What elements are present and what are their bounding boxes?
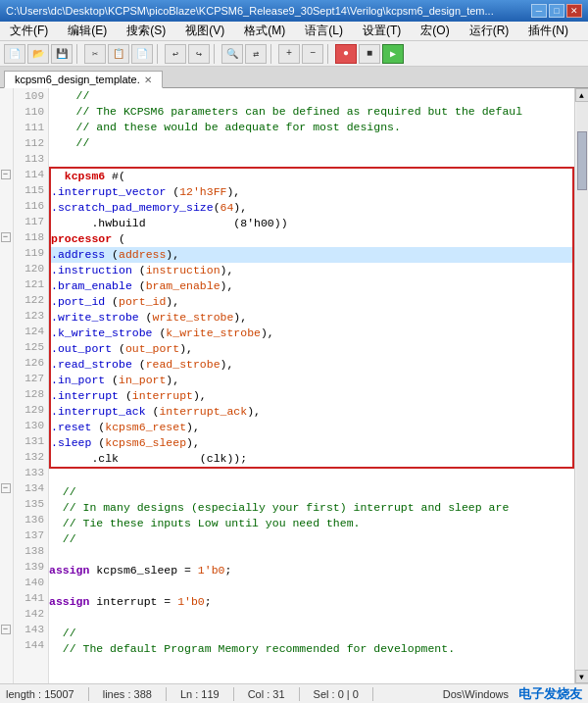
- vertical-scrollbar[interactable]: ▲ ▼: [574, 88, 588, 683]
- menu-item-l[interactable]: 语言(L): [299, 21, 349, 41]
- play-button[interactable]: ▶: [382, 44, 404, 64]
- redo-button[interactable]: ↪: [188, 44, 210, 64]
- open-button[interactable]: 📂: [27, 44, 49, 64]
- line-number: 111: [14, 120, 48, 135]
- margin-cell: [0, 120, 13, 135]
- editor-container: −−−− 10911011111211311411511611711811912…: [0, 88, 588, 683]
- record-button[interactable]: ●: [335, 44, 357, 64]
- status-sel: Sel : 0 | 0: [314, 688, 359, 700]
- code-line: .in_port (in_port),: [51, 373, 572, 388]
- margin-cell: [0, 245, 13, 261]
- line-number: 142: [14, 606, 48, 622]
- menu-item-e[interactable]: 编辑(E): [62, 21, 113, 41]
- toolbar-sep-4: [270, 44, 274, 64]
- margin-cell: [0, 135, 13, 151]
- status-sep-1: [88, 687, 89, 701]
- menu-item-v[interactable]: 视图(V): [179, 21, 230, 41]
- tab-label: kcpsm6_design_template.: [15, 74, 140, 85]
- zoom-in-button[interactable]: +: [278, 44, 300, 64]
- code-line: .reset (kcpsm6_reset),: [51, 420, 572, 435]
- cut-button[interactable]: ✂: [84, 44, 106, 64]
- line-number: 120: [14, 261, 48, 276]
- code-line: .hwbuild (8'h00)): [51, 216, 572, 231]
- line-number: 130: [14, 418, 48, 433]
- margin-cell: [0, 496, 13, 512]
- code-line: [49, 547, 574, 563]
- red-box-selection: kcpsm6 #( .interrupt_vector (12'h3FF), .…: [49, 167, 574, 469]
- status-length: length : 15007: [6, 688, 74, 700]
- line-number: 118: [14, 229, 48, 245]
- margin-cell: −: [0, 622, 13, 637]
- code-line: .instruction (instruction),: [51, 263, 572, 278]
- code-line: .read_strobe (read_strobe),: [51, 357, 572, 373]
- menu-item-f[interactable]: 文件(F): [4, 21, 54, 41]
- stop-button[interactable]: ■: [359, 44, 380, 64]
- scroll-thumb[interactable]: [577, 131, 587, 190]
- zoom-out-button[interactable]: −: [302, 44, 323, 64]
- code-line: .write_strobe (write_strobe),: [51, 310, 572, 326]
- title-controls: ─ □ ✕: [531, 4, 582, 18]
- fold-marker[interactable]: −: [1, 625, 11, 634]
- code-line: .port_id (port_id),: [51, 294, 572, 310]
- line-number: 125: [14, 339, 48, 355]
- code-line: assign kcpsm6_sleep = 1'b0;: [49, 563, 574, 578]
- menu-item-s[interactable]: 搜索(S): [121, 21, 172, 41]
- margin-cell: [0, 355, 13, 371]
- code-line: [49, 610, 574, 626]
- margin-cell: −: [0, 229, 13, 245]
- menu-item-n[interactable]: 插件(N): [522, 21, 574, 41]
- editor-tab[interactable]: kcpsm6_design_template. ✕: [4, 71, 163, 88]
- save-button[interactable]: 💾: [51, 44, 73, 64]
- code-line: .clk (clk));: [51, 451, 572, 467]
- code-line: .scratch_pad_memory_size(64),: [51, 200, 572, 216]
- margin-cell: [0, 104, 13, 120]
- code-line: //: [49, 88, 574, 104]
- menu-item-o[interactable]: 宏(O): [415, 21, 455, 41]
- margin-cell: [0, 418, 13, 433]
- scroll-up-button[interactable]: ▲: [575, 88, 589, 102]
- line-number: 131: [14, 433, 48, 449]
- margin-cell: −: [0, 167, 13, 182]
- status-sep-2: [166, 687, 167, 701]
- fold-marker[interactable]: −: [1, 170, 11, 179]
- margin-cell: [0, 151, 13, 167]
- code-line: // The default Program Memory recommende…: [49, 641, 574, 657]
- replace-button[interactable]: ⇄: [245, 44, 267, 64]
- status-sep-4: [299, 687, 300, 701]
- line-number: 113: [14, 151, 48, 167]
- code-line: .k_write_strobe (k_write_strobe),: [51, 326, 572, 341]
- code-line: //: [49, 135, 574, 151]
- menu-item-r[interactable]: 运行(R): [464, 21, 515, 41]
- line-number: 123: [14, 308, 48, 324]
- line-number: 132: [14, 449, 48, 465]
- fold-marker[interactable]: −: [1, 483, 11, 493]
- menu-item-t[interactable]: 设置(T): [357, 21, 407, 41]
- scroll-down-button[interactable]: ▼: [575, 670, 589, 683]
- line-number: 143: [14, 622, 48, 637]
- new-button[interactable]: 📄: [4, 44, 25, 64]
- toolbar-sep-2: [157, 44, 161, 64]
- menu-item-w[interactable]: 窗口(W): [582, 21, 588, 41]
- line-number: 122: [14, 292, 48, 308]
- margin-cell: [0, 606, 13, 622]
- line-number: 129: [14, 402, 48, 418]
- maximize-button[interactable]: □: [549, 4, 564, 18]
- paste-button[interactable]: 📄: [131, 44, 153, 64]
- copy-button[interactable]: 📋: [108, 44, 129, 64]
- code-area[interactable]: // // The KCPSM6 parameters can be defin…: [49, 88, 574, 683]
- status-bar: length : 15007 lines : 388 Ln : 119 Col …: [0, 683, 588, 703]
- line-number: 134: [14, 480, 48, 496]
- line-number: 109: [14, 88, 48, 104]
- line-number: 139: [14, 559, 48, 575]
- find-button[interactable]: 🔍: [221, 44, 243, 64]
- minimize-button[interactable]: ─: [531, 4, 547, 18]
- scroll-track[interactable]: [576, 102, 588, 670]
- line-number: 124: [14, 324, 48, 339]
- line-number: 135: [14, 496, 48, 512]
- title-text: C:\Users\dc\Desktop\KCPSM\picoBlaze\KCPS…: [6, 5, 531, 17]
- menu-item-m[interactable]: 格式(M): [238, 21, 291, 41]
- close-button[interactable]: ✕: [566, 4, 582, 18]
- tab-close-button[interactable]: ✕: [144, 75, 152, 85]
- fold-marker[interactable]: −: [1, 232, 11, 242]
- undo-button[interactable]: ↩: [165, 44, 186, 64]
